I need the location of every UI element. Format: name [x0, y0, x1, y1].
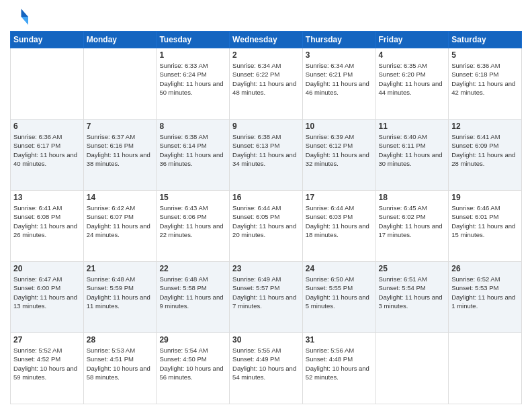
day-number: 7 — [87, 122, 154, 131]
day-info: Sunrise: 6:50 AM Sunset: 5:55 PM Dayligh… — [306, 275, 373, 310]
day-info: Sunrise: 6:46 AM Sunset: 6:01 PM Dayligh… — [451, 203, 519, 239]
calendar-day-cell: 2Sunrise: 6:34 AM Sunset: 6:22 PM Daylig… — [230, 48, 303, 120]
day-info: Sunrise: 6:43 AM Sunset: 6:06 PM Dayligh… — [159, 203, 226, 239]
calendar-day-cell: 1Sunrise: 6:33 AM Sunset: 6:24 PM Daylig… — [157, 48, 230, 120]
day-number: 17 — [306, 193, 373, 202]
day-number: 14 — [87, 193, 154, 202]
calendar-day-cell: 6Sunrise: 6:36 AM Sunset: 6:17 PM Daylig… — [11, 120, 84, 191]
day-info: Sunrise: 6:48 AM Sunset: 5:59 PM Dayligh… — [87, 275, 154, 310]
calendar-week-row: 20Sunrise: 6:47 AM Sunset: 6:00 PM Dayli… — [11, 262, 522, 333]
calendar-day-cell: 31Sunrise: 5:56 AM Sunset: 4:48 PM Dayli… — [302, 333, 375, 404]
day-number: 22 — [159, 264, 226, 273]
svg-marker-2 — [12, 9, 21, 25]
calendar-day-cell: 16Sunrise: 6:44 AM Sunset: 6:05 PM Dayli… — [230, 191, 303, 262]
day-info: Sunrise: 6:40 AM Sunset: 6:11 PM Dayligh… — [379, 132, 446, 168]
calendar-day-cell: 5Sunrise: 6:36 AM Sunset: 6:18 PM Daylig… — [449, 48, 522, 120]
calendar-day-cell: 17Sunrise: 6:44 AM Sunset: 6:03 PM Dayli… — [302, 191, 375, 262]
day-number: 28 — [87, 335, 154, 345]
calendar-day-cell — [449, 333, 522, 404]
day-info: Sunrise: 6:34 AM Sunset: 6:22 PM Dayligh… — [232, 61, 300, 97]
day-info: Sunrise: 6:41 AM Sunset: 6:08 PM Dayligh… — [13, 203, 81, 239]
day-info: Sunrise: 6:44 AM Sunset: 6:05 PM Dayligh… — [232, 203, 300, 239]
day-info: Sunrise: 5:53 AM Sunset: 4:51 PM Dayligh… — [87, 346, 154, 381]
day-info: Sunrise: 6:36 AM Sunset: 6:17 PM Dayligh… — [13, 132, 81, 168]
weekday-header-cell: Thursday — [302, 32, 375, 48]
day-info: Sunrise: 6:42 AM Sunset: 6:07 PM Dayligh… — [87, 203, 154, 239]
calendar-day-cell: 11Sunrise: 6:40 AM Sunset: 6:11 PM Dayli… — [375, 120, 449, 191]
logo-icon — [10, 7, 30, 27]
day-number: 20 — [13, 264, 81, 273]
calendar-day-cell: 29Sunrise: 5:54 AM Sunset: 4:50 PM Dayli… — [157, 333, 230, 404]
svg-marker-0 — [21, 9, 29, 17]
day-number: 23 — [232, 264, 300, 273]
day-number: 12 — [451, 122, 519, 131]
day-number: 3 — [306, 50, 373, 60]
day-number: 26 — [451, 264, 519, 273]
calendar-body: 1Sunrise: 6:33 AM Sunset: 6:24 PM Daylig… — [11, 48, 522, 404]
logo — [10, 7, 33, 27]
calendar-day-cell: 20Sunrise: 6:47 AM Sunset: 6:00 PM Dayli… — [11, 262, 84, 333]
day-number: 29 — [159, 335, 226, 345]
day-number: 4 — [379, 50, 446, 60]
day-info: Sunrise: 5:55 AM Sunset: 4:49 PM Dayligh… — [232, 346, 300, 381]
calendar-day-cell: 4Sunrise: 6:35 AM Sunset: 6:20 PM Daylig… — [375, 48, 449, 120]
weekday-header-row: SundayMondayTuesdayWednesdayThursdayFrid… — [11, 32, 522, 48]
weekday-header-cell: Saturday — [449, 32, 522, 48]
calendar-day-cell: 27Sunrise: 5:52 AM Sunset: 4:52 PM Dayli… — [11, 333, 84, 404]
calendar-day-cell: 19Sunrise: 6:46 AM Sunset: 6:01 PM Dayli… — [449, 191, 522, 262]
day-info: Sunrise: 5:52 AM Sunset: 4:52 PM Dayligh… — [13, 346, 81, 381]
day-info: Sunrise: 6:48 AM Sunset: 5:58 PM Dayligh… — [159, 275, 226, 310]
calendar-week-row: 13Sunrise: 6:41 AM Sunset: 6:08 PM Dayli… — [11, 191, 522, 262]
calendar-day-cell: 28Sunrise: 5:53 AM Sunset: 4:51 PM Dayli… — [83, 333, 157, 404]
day-number: 16 — [232, 193, 300, 202]
calendar-week-row: 6Sunrise: 6:36 AM Sunset: 6:17 PM Daylig… — [11, 120, 522, 191]
day-info: Sunrise: 6:47 AM Sunset: 6:00 PM Dayligh… — [13, 275, 81, 310]
calendar-day-cell: 14Sunrise: 6:42 AM Sunset: 6:07 PM Dayli… — [83, 191, 157, 262]
day-number: 8 — [159, 122, 226, 131]
day-number: 6 — [13, 122, 81, 131]
calendar-day-cell — [375, 333, 449, 404]
calendar-day-cell: 12Sunrise: 6:41 AM Sunset: 6:09 PM Dayli… — [449, 120, 522, 191]
weekday-header-cell: Tuesday — [157, 32, 230, 48]
day-info: Sunrise: 6:45 AM Sunset: 6:02 PM Dayligh… — [379, 203, 446, 239]
day-number: 10 — [306, 122, 373, 131]
day-number: 25 — [379, 264, 446, 273]
calendar-day-cell: 25Sunrise: 6:51 AM Sunset: 5:54 PM Dayli… — [375, 262, 449, 333]
calendar-day-cell — [83, 48, 157, 120]
weekday-header-cell: Sunday — [11, 32, 84, 48]
calendar-day-cell: 8Sunrise: 6:38 AM Sunset: 6:14 PM Daylig… — [157, 120, 230, 191]
svg-marker-1 — [21, 17, 29, 25]
day-info: Sunrise: 6:49 AM Sunset: 5:57 PM Dayligh… — [232, 275, 300, 310]
day-number: 15 — [159, 193, 226, 202]
day-info: Sunrise: 6:38 AM Sunset: 6:14 PM Dayligh… — [159, 132, 226, 168]
day-info: Sunrise: 6:44 AM Sunset: 6:03 PM Dayligh… — [306, 203, 373, 239]
day-info: Sunrise: 6:35 AM Sunset: 6:20 PM Dayligh… — [379, 61, 446, 97]
calendar-day-cell: 18Sunrise: 6:45 AM Sunset: 6:02 PM Dayli… — [375, 191, 449, 262]
day-info: Sunrise: 5:54 AM Sunset: 4:50 PM Dayligh… — [159, 346, 226, 381]
day-number: 5 — [451, 50, 519, 60]
day-info: Sunrise: 6:38 AM Sunset: 6:13 PM Dayligh… — [232, 132, 300, 168]
day-info: Sunrise: 6:52 AM Sunset: 5:53 PM Dayligh… — [451, 275, 519, 310]
calendar-table: SundayMondayTuesdayWednesdayThursdayFrid… — [10, 31, 522, 404]
page: SundayMondayTuesdayWednesdayThursdayFrid… — [0, 0, 532, 411]
day-info: Sunrise: 6:36 AM Sunset: 6:18 PM Dayligh… — [451, 61, 519, 97]
day-info: Sunrise: 6:39 AM Sunset: 6:12 PM Dayligh… — [306, 132, 373, 168]
day-info: Sunrise: 6:41 AM Sunset: 6:09 PM Dayligh… — [451, 132, 519, 168]
weekday-header-cell: Friday — [375, 32, 449, 48]
calendar-day-cell: 7Sunrise: 6:37 AM Sunset: 6:16 PM Daylig… — [83, 120, 157, 191]
day-number: 11 — [379, 122, 446, 131]
weekday-header-cell: Wednesday — [230, 32, 303, 48]
calendar-day-cell: 24Sunrise: 6:50 AM Sunset: 5:55 PM Dayli… — [302, 262, 375, 333]
calendar-day-cell: 9Sunrise: 6:38 AM Sunset: 6:13 PM Daylig… — [230, 120, 303, 191]
calendar-day-cell: 15Sunrise: 6:43 AM Sunset: 6:06 PM Dayli… — [157, 191, 230, 262]
day-number: 18 — [379, 193, 446, 202]
weekday-header-cell: Monday — [83, 32, 157, 48]
calendar-day-cell: 23Sunrise: 6:49 AM Sunset: 5:57 PM Dayli… — [230, 262, 303, 333]
day-number: 31 — [306, 335, 373, 345]
header — [10, 7, 522, 27]
calendar-day-cell: 10Sunrise: 6:39 AM Sunset: 6:12 PM Dayli… — [302, 120, 375, 191]
day-number: 1 — [159, 50, 226, 60]
calendar-week-row: 1Sunrise: 6:33 AM Sunset: 6:24 PM Daylig… — [11, 48, 522, 120]
day-info: Sunrise: 6:51 AM Sunset: 5:54 PM Dayligh… — [379, 275, 446, 310]
calendar-day-cell: 3Sunrise: 6:34 AM Sunset: 6:21 PM Daylig… — [302, 48, 375, 120]
